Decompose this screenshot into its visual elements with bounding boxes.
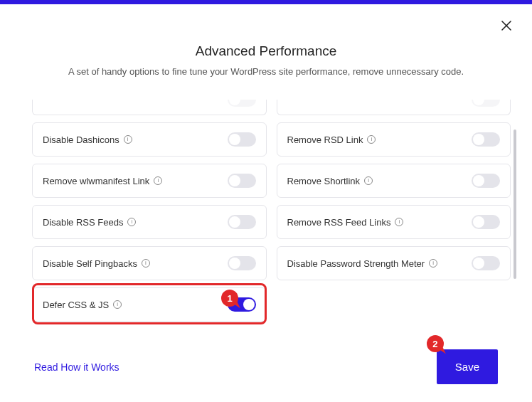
toggle-knob (229, 134, 240, 145)
option-card: Disable Self Pingbacksi (32, 246, 267, 280)
close-button[interactable] (499, 20, 514, 34)
option-card: Disable Dashiconsi (32, 122, 267, 157)
option-label: Remove Shortlinki (287, 176, 373, 186)
option-label-text: Remove Shortlink (287, 176, 361, 186)
option-label-text: Disable Self Pingbacks (43, 258, 137, 269)
option-label: Disable Self Pingbacksi (43, 258, 150, 269)
option-card: Disable Password Strength Meteri (277, 246, 511, 280)
scrollbar[interactable] (514, 129, 516, 279)
option-label-text: Remove RSD Link (287, 134, 363, 145)
info-icon[interactable]: i (142, 259, 150, 268)
toggle-switch[interactable] (228, 256, 256, 270)
option-label: Remove RSS Feed Linksi (287, 217, 404, 228)
option-label: Remove RSD Linki (287, 134, 376, 145)
option-label: Remove wlwmanifest Linki (43, 176, 162, 186)
annotation-marker-1: 1 (221, 290, 238, 307)
info-icon[interactable]: i (429, 259, 437, 268)
option-label-text: Remove wlwmanifest Link (43, 176, 149, 186)
options-area: Disable DashiconsiRemove wlwmanifest Lin… (32, 100, 511, 331)
toggle-knob (473, 216, 484, 228)
annotation-marker-2: 2 (427, 335, 444, 352)
page-title: Advanced Performance (0, 43, 532, 59)
option-card-partial (32, 100, 267, 115)
toggle-switch[interactable] (228, 132, 256, 147)
info-icon[interactable]: i (395, 218, 403, 226)
toggle-switch[interactable] (472, 100, 500, 107)
option-label-text: Disable Password Strength Meter (287, 258, 425, 269)
toggle-knob (473, 175, 484, 186)
info-icon[interactable]: i (113, 300, 122, 309)
option-card-partial (277, 100, 511, 115)
toggle-knob (229, 216, 240, 228)
option-card: Remove Shortlinki (277, 164, 511, 198)
close-icon (501, 21, 511, 33)
toggle-knob (243, 299, 255, 310)
option-label-text: Disable Dashicons (43, 134, 119, 145)
option-card: Remove RSD Linki (277, 122, 511, 157)
right-column: Remove RSD LinkiRemove ShortlinkiRemove … (277, 100, 511, 331)
info-icon[interactable]: i (364, 176, 373, 185)
page-subtitle: A set of handy options to fine tune your… (0, 66, 532, 77)
toggle-knob (229, 258, 240, 269)
toggle-knob (473, 258, 484, 269)
option-label: Defer CSS & JSi (43, 300, 122, 310)
info-icon[interactable]: i (154, 176, 162, 185)
toggle-switch[interactable] (472, 215, 500, 229)
info-icon[interactable]: i (367, 135, 376, 144)
toggle-switch[interactable] (472, 132, 500, 147)
toggle-knob (473, 134, 484, 145)
toggle-switch[interactable] (228, 174, 256, 188)
option-label: Disable Password Strength Meteri (287, 258, 438, 269)
how-it-works-link[interactable]: Read How it Works (34, 361, 119, 373)
toggle-switch[interactable] (472, 174, 500, 188)
option-card: Disable RSS Feedsi (32, 205, 267, 239)
toggle-knob (229, 175, 240, 186)
info-icon[interactable]: i (127, 218, 136, 226)
toggle-switch[interactable] (228, 215, 256, 229)
info-icon[interactable]: i (124, 135, 132, 144)
modal-footer: Read How it Works Save 2 (34, 349, 498, 384)
option-label-text: Remove RSS Feed Links (287, 217, 391, 228)
option-label: Disable RSS Feedsi (43, 217, 136, 228)
modal-header: Advanced Performance A set of handy opti… (0, 4, 532, 77)
toggle-switch[interactable] (472, 256, 500, 270)
option-label: Disable Dashiconsi (43, 134, 132, 145)
save-button[interactable]: Save 2 (437, 349, 498, 384)
option-label-text: Disable RSS Feeds (43, 217, 123, 228)
option-card: Remove wlwmanifest Linki (32, 164, 267, 198)
toggle-switch[interactable] (228, 100, 256, 107)
option-label-text: Defer CSS & JS (43, 300, 109, 310)
option-card: Remove RSS Feed Linksi (277, 205, 511, 239)
